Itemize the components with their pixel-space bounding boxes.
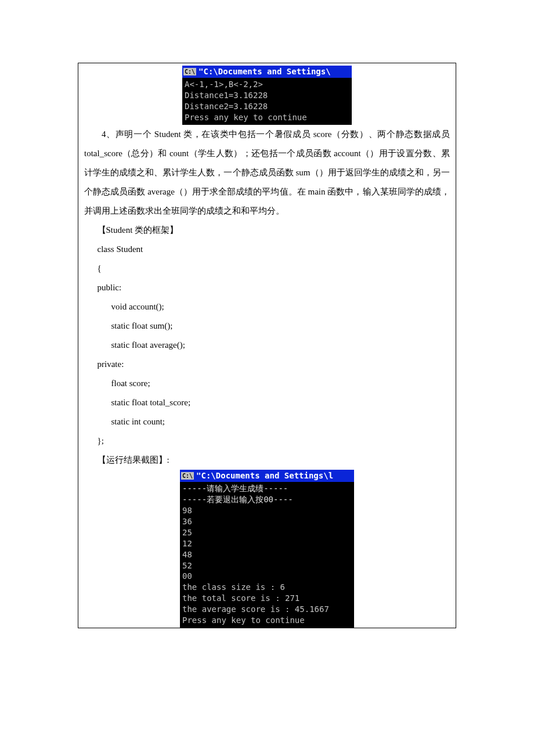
code-line: { — [84, 259, 450, 278]
document-page: C:\ "C:\Documents and Settings\ A<-1,-1>… — [78, 63, 456, 628]
code-line: static float average(); — [84, 336, 450, 355]
console1-titlebar: C:\ "C:\Documents and Settings\ — [182, 66, 352, 78]
code-line: class Student — [84, 240, 450, 259]
console2-out-size: the class size is : 6 — [182, 582, 285, 592]
console-screenshot-2: C:\ "C:\Documents and Settings\l -----请输… — [180, 470, 354, 628]
console2-title-text: "C:\Documents and Settings\l — [196, 470, 333, 481]
framework-heading: 【Student 类的框架】 — [84, 221, 450, 240]
console2-input: 52 — [182, 561, 192, 570]
result-heading: 【运行结果截图】: — [84, 451, 450, 470]
console2-input: 25 — [182, 528, 192, 537]
console1-line: Distance2=3.16228 — [185, 102, 268, 111]
console2-input: 48 — [182, 550, 192, 559]
code-line: static int count; — [84, 412, 450, 431]
code-line: static float total_score; — [84, 393, 450, 412]
code-line: static float sum(); — [84, 316, 450, 336]
console2-input: 00 — [182, 571, 192, 581]
console2-titlebar: C:\ "C:\Documents and Settings\l — [180, 470, 354, 482]
console1-line: Press any key to continue — [185, 113, 307, 122]
console1-title-text: "C:\Documents and Settings\ — [199, 66, 331, 77]
cmd-icon: C:\ — [183, 68, 196, 75]
console2-hint2: -----若要退出输入按00---- — [182, 495, 293, 504]
code-line: float score; — [84, 374, 450, 393]
console2-input: 98 — [182, 506, 192, 515]
console2-input: 36 — [182, 517, 192, 526]
console1-body: A<-1,-1>,B<-2,2> Distance1=3.16228 Dista… — [182, 78, 352, 125]
code-line: void account(); — [84, 297, 450, 316]
console2-out-total: the total score is : 271 — [182, 593, 300, 603]
console-screenshot-1: C:\ "C:\Documents and Settings\ A<-1,-1>… — [182, 66, 352, 125]
console2-out-press: Press any key to continue — [182, 615, 305, 625]
code-line: }; — [84, 431, 450, 451]
console2-out-avg: the average score is : 45.1667 — [182, 604, 329, 614]
problem4-description: 4、声明一个 Student 类，在该类中包括一个暑假成员 score（分数）、… — [84, 125, 450, 221]
console1-line: Distance1=3.16228 — [185, 91, 268, 100]
code-line: public: — [84, 278, 450, 297]
console2-body: -----请输入学生成绩----- -----若要退出输入按00---- 98 … — [180, 482, 354, 628]
console1-line: A<-1,-1>,B<-2,2> — [185, 80, 263, 89]
console2-hint1: -----请输入学生成绩----- — [182, 484, 288, 493]
code-line: private: — [84, 355, 450, 374]
console2-input: 12 — [182, 539, 192, 548]
cmd-icon: C:\ — [181, 472, 194, 480]
